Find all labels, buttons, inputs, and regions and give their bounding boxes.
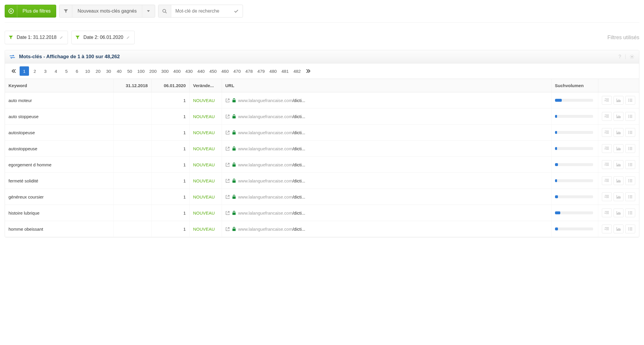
indent-icon[interactable] (602, 192, 612, 201)
cell-url[interactable]: www.lalanguefrancaise.com/dicti... (222, 141, 551, 157)
page-50[interactable]: 50 (125, 66, 134, 76)
page-481[interactable]: 481 (280, 66, 290, 76)
svg-point-118 (628, 213, 629, 213)
list-icon[interactable] (625, 112, 635, 121)
page-6[interactable]: 6 (72, 66, 82, 76)
list-icon[interactable] (625, 128, 635, 137)
indent-icon[interactable] (602, 128, 612, 137)
svg-point-134 (628, 230, 629, 231)
col-change[interactable]: Verände... (189, 79, 222, 92)
more-filters-button[interactable]: + Plus de filtres (5, 5, 56, 18)
filters-used-label[interactable]: Filtres utilisés (607, 34, 639, 41)
col-date1[interactable]: 31.12.2018 (113, 79, 151, 92)
keyword-type-dropdown[interactable]: Nouveaux mots-clés gagnés (59, 5, 155, 18)
cell-url[interactable]: www.lalanguefrancaise.com/dicti... (222, 173, 551, 189)
search-submit-icon[interactable] (230, 5, 243, 17)
indent-icon[interactable] (602, 96, 612, 105)
svg-rect-25 (619, 115, 619, 118)
chart-icon[interactable] (614, 112, 624, 121)
indent-icon[interactable] (602, 225, 612, 233)
page-first[interactable] (9, 66, 18, 76)
cell-url[interactable]: www.lalanguefrancaise.com/dicti... (222, 108, 551, 125)
list-icon[interactable] (625, 225, 635, 233)
external-link-icon[interactable] (225, 130, 230, 135)
page-450[interactable]: 450 (208, 66, 218, 76)
indent-icon[interactable] (602, 176, 612, 185)
list-icon[interactable] (625, 192, 635, 201)
chart-icon[interactable] (614, 96, 624, 105)
indent-icon[interactable] (602, 112, 612, 121)
date-filters: Date 1: 31.12.2018 Date 2: 06.01.2020 (5, 31, 135, 44)
chart-icon[interactable] (614, 160, 624, 169)
page-482[interactable]: 482 (292, 66, 302, 76)
page-10[interactable]: 10 (83, 66, 92, 76)
separator (625, 54, 626, 59)
page-479[interactable]: 479 (256, 66, 266, 76)
date2-filter[interactable]: Date 2: 06.01.2020 (71, 31, 135, 44)
col-url[interactable]: URL (222, 79, 551, 92)
chart-icon[interactable] (614, 192, 624, 201)
page-478[interactable]: 478 (244, 66, 254, 76)
page-2[interactable]: 2 (30, 66, 40, 76)
page-last[interactable] (304, 66, 313, 76)
col-date2[interactable]: 06.01.2020 (151, 79, 189, 92)
chart-icon[interactable] (614, 144, 624, 153)
filter-row: Date 1: 31.12.2018 Date 2: 06.01.2020 Fi… (5, 28, 639, 50)
indent-icon[interactable] (602, 208, 612, 217)
page-100[interactable]: 100 (136, 66, 146, 76)
cell-url[interactable]: www.lalanguefrancaise.com/dicti... (222, 92, 551, 108)
chart-icon[interactable] (614, 176, 624, 185)
external-link-icon[interactable] (225, 211, 230, 215)
page-1[interactable]: 1 (20, 66, 29, 76)
cell-url[interactable]: www.lalanguefrancaise.com/dicti... (222, 205, 551, 221)
list-icon[interactable] (625, 96, 635, 105)
indent-icon[interactable] (602, 144, 612, 153)
chart-icon[interactable] (614, 128, 624, 137)
page-3[interactable]: 3 (41, 66, 50, 76)
external-link-icon[interactable] (225, 179, 230, 183)
external-link-icon[interactable] (225, 114, 230, 119)
cell-change: NOUVEAU (189, 108, 222, 125)
list-icon[interactable] (625, 160, 635, 169)
external-link-icon[interactable] (225, 227, 230, 231)
pencil-icon[interactable] (59, 35, 64, 39)
page-440[interactable]: 440 (196, 66, 206, 76)
indent-icon[interactable] (602, 160, 612, 169)
page-470[interactable]: 470 (232, 66, 242, 76)
svg-rect-86 (620, 180, 621, 182)
page-4[interactable]: 4 (51, 66, 61, 76)
svg-rect-84 (617, 181, 618, 182)
swap-icon[interactable] (10, 55, 15, 59)
cell-url[interactable]: www.lalanguefrancaise.com/dicti... (222, 157, 551, 173)
page-5[interactable]: 5 (62, 66, 71, 76)
col-keyword[interactable]: Keyword (5, 79, 113, 92)
gear-icon[interactable] (630, 54, 634, 59)
page-20[interactable]: 20 (93, 66, 103, 76)
page-480[interactable]: 480 (268, 66, 278, 76)
external-link-icon[interactable] (225, 98, 230, 103)
col-volume[interactable]: Suchvolumen (551, 79, 598, 92)
cell-url[interactable]: www.lalanguefrancaise.com/dicti... (222, 189, 551, 205)
page-430[interactable]: 430 (184, 66, 194, 76)
list-icon[interactable] (625, 144, 635, 153)
page-200[interactable]: 200 (148, 66, 158, 76)
list-icon[interactable] (625, 176, 635, 185)
external-link-icon[interactable] (225, 195, 230, 199)
pencil-icon[interactable] (126, 35, 130, 39)
cell-url[interactable]: www.lalanguefrancaise.com/dicti... (222, 125, 551, 141)
cell-url[interactable]: www.lalanguefrancaise.com/dicti... (222, 221, 551, 237)
search-input[interactable] (171, 8, 230, 14)
plus-icon: + (5, 5, 17, 17)
chart-icon[interactable] (614, 225, 624, 233)
chart-icon[interactable] (614, 208, 624, 217)
date1-filter[interactable]: Date 1: 31.12.2018 (5, 31, 68, 44)
help-icon[interactable]: ? (619, 54, 621, 59)
page-400[interactable]: 400 (172, 66, 182, 76)
page-300[interactable]: 300 (160, 66, 170, 76)
page-30[interactable]: 30 (104, 66, 113, 76)
external-link-icon[interactable] (225, 146, 230, 151)
external-link-icon[interactable] (225, 163, 230, 167)
page-460[interactable]: 460 (220, 66, 230, 76)
list-icon[interactable] (625, 208, 635, 217)
page-40[interactable]: 40 (114, 66, 124, 76)
